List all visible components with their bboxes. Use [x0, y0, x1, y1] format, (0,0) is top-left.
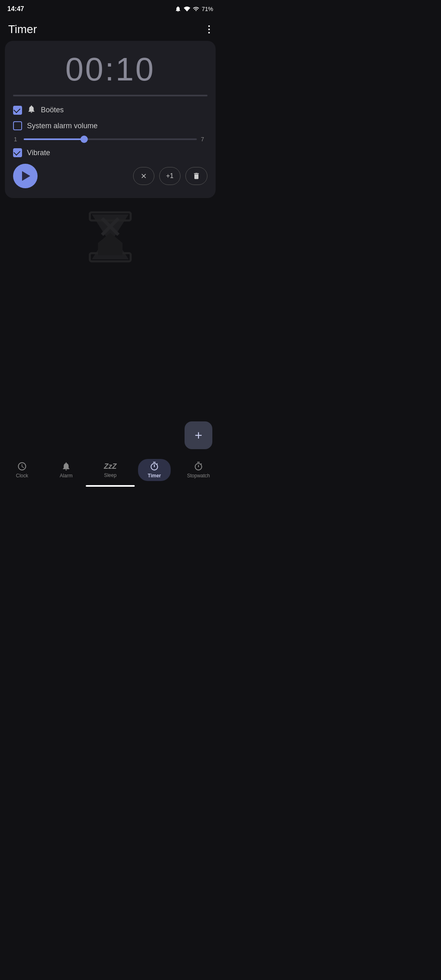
volume-min-label: 1 — [14, 136, 20, 143]
alarm-bell-icon — [27, 105, 36, 116]
stopwatch-nav-icon — [194, 461, 203, 471]
system-alarm-row: System alarm volume — [13, 121, 207, 130]
status-bar: 14:47 71% — [0, 0, 220, 16]
clock-nav-icon — [17, 461, 27, 471]
sleep-nav-label: Sleep — [104, 472, 117, 478]
delete-icon — [192, 172, 200, 180]
timer-card: 00:10 Boötes System alarm volume 1 7 Vib… — [5, 41, 216, 198]
vibrate-label: Vibrate — [27, 149, 50, 157]
nav-item-sleep[interactable]: ZzZ Sleep — [94, 462, 127, 478]
status-time: 14:47 — [7, 5, 24, 13]
volume-slider[interactable] — [24, 138, 197, 140]
header: Timer — [0, 16, 220, 41]
alarm-name-label: Boötes — [41, 106, 64, 114]
dot-3 — [208, 32, 210, 33]
stopwatch-nav-label: Stopwatch — [187, 473, 210, 479]
alarm-status-icon — [175, 6, 181, 12]
dot-2 — [208, 29, 210, 30]
more-options-button[interactable] — [206, 23, 212, 36]
fab-plus-icon: + — [195, 429, 203, 442]
home-indicator — [86, 485, 135, 487]
volume-fill — [24, 138, 84, 140]
page-title: Timer — [8, 23, 37, 36]
alarm-nav-label: Alarm — [60, 473, 72, 479]
sleep-nav-icon: ZzZ — [104, 462, 117, 471]
alarm-nav-icon — [61, 461, 71, 471]
hourglass-icon — [86, 210, 135, 263]
add-timer-fab[interactable]: + — [185, 421, 212, 449]
timer-nav-label: Timer — [148, 473, 161, 479]
nav-item-timer[interactable]: Timer — [138, 459, 171, 481]
bottom-nav: Clock Alarm ZzZ Sleep Timer Stopwatch — [0, 454, 220, 490]
plus-one-button[interactable]: +1 — [159, 167, 180, 185]
controls-row: +1 — [13, 164, 207, 188]
status-icons: 71% — [175, 6, 213, 12]
hourglass-area — [0, 198, 220, 267]
vibrate-checkbox[interactable] — [13, 148, 22, 157]
cancel-icon — [140, 172, 147, 180]
wifi-icon — [184, 6, 190, 12]
battery-percent: 71% — [202, 6, 213, 12]
timer-display: 00:10 — [13, 51, 207, 88]
timer-progress-bar — [13, 95, 207, 96]
volume-thumb — [80, 136, 88, 143]
signal-icon — [193, 6, 199, 12]
system-alarm-label: System alarm volume — [27, 122, 98, 130]
nav-items: Clock Alarm ZzZ Sleep Timer Stopwatch — [0, 459, 220, 481]
nav-item-clock[interactable]: Clock — [6, 461, 38, 479]
dot-1 — [208, 25, 210, 27]
delete-button[interactable] — [185, 167, 207, 185]
volume-max-label: 7 — [201, 136, 207, 143]
play-button[interactable] — [13, 164, 38, 188]
timer-nav-icon — [149, 461, 159, 471]
plus-one-label: +1 — [166, 172, 174, 180]
nav-item-stopwatch[interactable]: Stopwatch — [182, 461, 215, 479]
progress-fill — [13, 95, 207, 96]
volume-row: 1 7 — [13, 136, 207, 143]
system-alarm-checkbox[interactable] — [13, 121, 22, 130]
nav-item-alarm[interactable]: Alarm — [50, 461, 82, 479]
vibrate-setting-row: Vibrate — [13, 148, 207, 157]
play-icon — [22, 171, 30, 181]
alarm-setting-row: Boötes — [13, 105, 207, 116]
clock-nav-label: Clock — [16, 473, 28, 479]
cancel-button[interactable] — [133, 167, 154, 185]
alarm-checkbox[interactable] — [13, 106, 22, 115]
